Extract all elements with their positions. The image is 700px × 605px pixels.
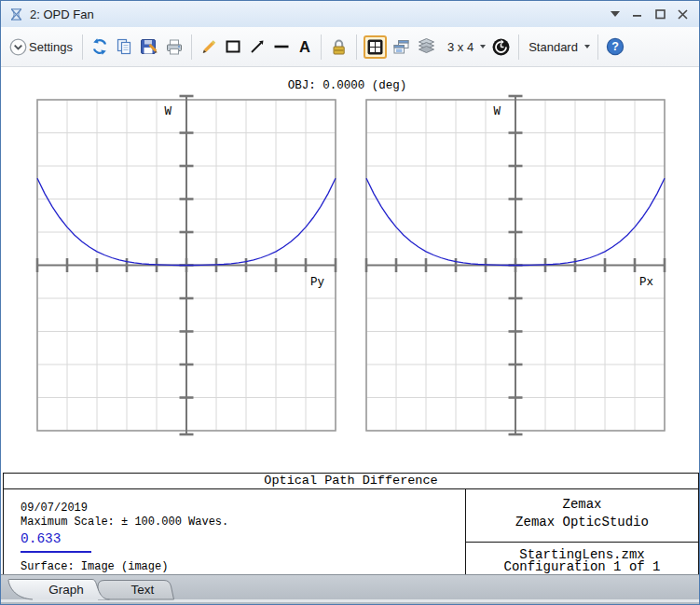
- settings-label: Settings: [27, 40, 75, 54]
- toolbar: Settings: [1, 27, 699, 67]
- auto-update-icon: [491, 37, 511, 57]
- chevron-down-icon: [611, 11, 620, 17]
- layers-button[interactable]: [414, 35, 439, 59]
- y-axis-label: W: [164, 105, 172, 118]
- separator: [356, 34, 357, 60]
- svg-text:A: A: [299, 38, 310, 55]
- print-icon: [164, 37, 184, 57]
- windows-button[interactable]: [389, 35, 414, 59]
- window-icon: [8, 7, 24, 22]
- maximize-icon: [655, 9, 666, 20]
- brand-line2: Zemax OpticStudio: [466, 514, 698, 531]
- save-icon: [139, 37, 158, 57]
- configuration-text: Configuration 1 of 1: [466, 561, 698, 573]
- svg-text:?: ?: [611, 40, 619, 53]
- minimize-icon: [633, 9, 642, 19]
- close-button[interactable]: [671, 5, 693, 23]
- opd-panel-py: WPy: [37, 95, 336, 435]
- tabbar-svg: Graph Text: [1, 574, 699, 604]
- rectangle-icon: [224, 37, 242, 56]
- caret-down-icon: [584, 45, 590, 48]
- help-button[interactable]: ?: [603, 35, 627, 58]
- tab-graph-label[interactable]: Graph: [48, 583, 84, 597]
- info-panel: Optical Path Difference 09/07/2019 Maxim…: [3, 473, 699, 576]
- plot-area: OBJ: 0.0000 (deg) WPyWPx: [1, 67, 699, 473]
- scale-text: Maximum Scale: ± 100.000 Waves.: [21, 516, 228, 529]
- surface-text: Surface: Image (image): [21, 560, 168, 573]
- separator: [191, 34, 192, 60]
- copy-button[interactable]: [112, 35, 136, 58]
- text-icon: A: [296, 37, 313, 56]
- refresh-button[interactable]: [88, 35, 112, 58]
- help-icon: ?: [606, 37, 625, 56]
- settings-button[interactable]: Settings: [7, 36, 77, 58]
- brand-cell: Zemax Zemax OpticStudio: [466, 489, 698, 543]
- text-tool-button[interactable]: A: [294, 35, 316, 58]
- separator: [321, 34, 322, 60]
- minimize-button[interactable]: [626, 5, 649, 23]
- file-cell: StartingLens.zmx Configuration 1 of 1: [466, 543, 698, 575]
- line-icon: [272, 37, 291, 56]
- close-icon: [678, 9, 688, 20]
- caret-down-icon: [480, 45, 486, 48]
- pencil-tool-button[interactable]: [197, 35, 221, 58]
- separator: [82, 34, 83, 60]
- window-title: 2: OPD Fan: [30, 7, 94, 21]
- y-axis-label: W: [493, 105, 501, 118]
- date-text: 09/07/2019: [21, 502, 88, 515]
- split-view-icon: [367, 39, 383, 55]
- titlebar: 2: OPD Fan: [1, 1, 699, 27]
- opd-panel-px: WPx: [366, 95, 665, 435]
- window-menu-button[interactable]: [604, 5, 626, 23]
- x-axis-label: Px: [639, 276, 653, 289]
- lock-button[interactable]: [326, 35, 351, 59]
- layers-icon: [417, 37, 436, 57]
- print-button[interactable]: [161, 35, 186, 59]
- rectangle-tool-button[interactable]: [221, 35, 245, 58]
- wavelength-value: 0.633: [21, 531, 62, 546]
- line-tool-button[interactable]: [269, 35, 294, 58]
- pencil-icon: [199, 37, 218, 56]
- arrow-icon: [248, 37, 267, 56]
- grid-layout-label: 3 x 4: [446, 40, 475, 54]
- windows-icon: [391, 37, 411, 57]
- tab-text-label[interactable]: Text: [131, 583, 155, 597]
- grid-layout-dropdown[interactable]: 3 x 4: [443, 38, 488, 56]
- info-left-cell: 09/07/2019 Maximum Scale: ± 100.000 Wave…: [4, 489, 465, 575]
- info-right-cell: Zemax Zemax OpticStudio StartingLens.zmx…: [465, 489, 698, 575]
- opd-fan-plots: WPyWPx: [1, 67, 700, 473]
- split-view-button-active[interactable]: [364, 35, 387, 59]
- profile-label: Standard: [527, 40, 580, 54]
- settings-chevron-icon: [9, 38, 27, 56]
- plot-title: Optical Path Difference: [4, 474, 698, 489]
- copy-icon: [115, 37, 133, 56]
- profile-dropdown[interactable]: Standard: [524, 38, 593, 56]
- tabbar: Graph Text: [1, 574, 699, 604]
- maximize-button[interactable]: [649, 5, 671, 23]
- x-axis-label: Py: [310, 276, 325, 289]
- save-button[interactable]: [136, 35, 161, 59]
- brand-line1: Zemax: [466, 496, 698, 514]
- opd-fan-window: 2: OPD Fan Settings: [0, 0, 700, 605]
- separator: [597, 34, 598, 60]
- auto-update-button[interactable]: [488, 35, 514, 59]
- arrow-tool-button[interactable]: [245, 35, 269, 58]
- separator: [518, 34, 519, 60]
- refresh-icon: [90, 37, 109, 56]
- wavelength-underline: [21, 551, 91, 553]
- lock-icon: [329, 37, 349, 57]
